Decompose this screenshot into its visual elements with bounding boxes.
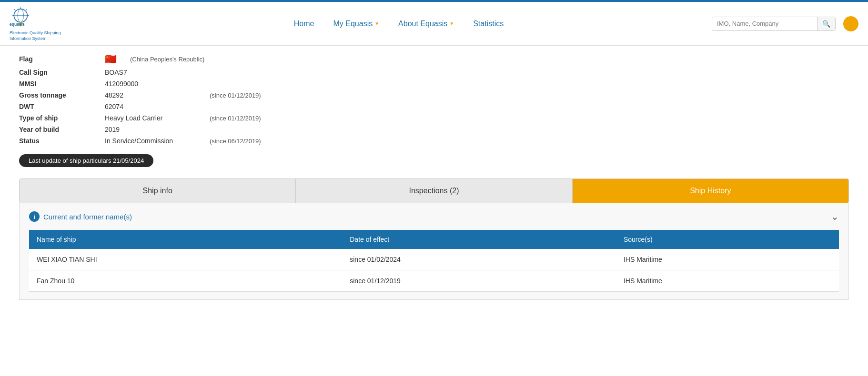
about-equasis-chevron-icon: ▼ bbox=[449, 21, 454, 26]
table-row: WEI XIAO TIAN SHIsince 01/02/2024IHS Mar… bbox=[29, 249, 839, 270]
section-title: Current and former name(s) bbox=[43, 213, 132, 221]
table-row: Fan Zhou 10since 01/12/2019IHS Maritime bbox=[29, 270, 839, 292]
status-value: In Service/Commission bbox=[105, 137, 200, 145]
header: .sun-rays{stroke:#1a6fa8;stroke-width:1.… bbox=[0, 2, 868, 46]
user-avatar[interactable] bbox=[843, 16, 858, 31]
names-table: Name of ship Date of effect Source(s) WE… bbox=[29, 230, 839, 292]
tab-inspections[interactable]: Inspections (2) bbox=[296, 179, 572, 203]
year-value: 2019 bbox=[105, 126, 200, 133]
my-equasis-chevron-icon: ▼ bbox=[374, 21, 379, 26]
main-nav: Home My Equasis ▼ About Equasis ▼ Statis… bbox=[86, 20, 712, 28]
logo-tagline: Electronic Quality Shipping Information … bbox=[10, 30, 86, 41]
section-title-area: i Current and former name(s) bbox=[29, 211, 132, 222]
year-row: Year of build 2019 bbox=[19, 126, 849, 133]
dwt-label: DWT bbox=[19, 103, 105, 110]
type-since: (since 01/12/2019) bbox=[210, 115, 261, 122]
tab-ship-info[interactable]: Ship info bbox=[20, 179, 296, 203]
section-header: i Current and former name(s) ⌄ bbox=[29, 211, 839, 222]
flag-country: (China Peoples's Republic) bbox=[130, 56, 204, 63]
mmsi-value: 412099000 bbox=[105, 80, 200, 88]
call-sign-value: BOAS7 bbox=[105, 69, 200, 76]
col-header-date: Date of effect bbox=[342, 230, 616, 249]
date-cell: since 01/02/2024 bbox=[342, 249, 616, 270]
logo-area: .sun-rays{stroke:#1a6fa8;stroke-width:1.… bbox=[10, 6, 86, 41]
status-row: Status In Service/Commission (since 06/1… bbox=[19, 137, 849, 145]
nav-home[interactable]: Home bbox=[294, 20, 314, 28]
flag-label: Flag bbox=[19, 55, 105, 63]
nav-my-equasis[interactable]: My Equasis ▼ bbox=[333, 20, 379, 28]
ship-details: Flag 🇨🇳 (China Peoples's Republic) Call … bbox=[19, 53, 849, 145]
call-sign-row: Call Sign BOAS7 bbox=[19, 69, 849, 76]
search-button[interactable]: 🔍 bbox=[817, 17, 835, 30]
svg-line-3 bbox=[14, 10, 15, 10]
ship-history-section: i Current and former name(s) ⌄ Name of s… bbox=[19, 203, 849, 300]
ship-name-cell: Fan Zhou 10 bbox=[29, 270, 342, 292]
dwt-value: 62074 bbox=[105, 103, 200, 110]
year-label: Year of build bbox=[19, 126, 105, 133]
svg-text:equasis: equasis bbox=[10, 22, 25, 27]
call-sign-label: Call Sign bbox=[19, 69, 105, 76]
mmsi-row: MMSI 412099000 bbox=[19, 80, 849, 88]
search-box: 🔍 bbox=[712, 17, 836, 31]
nav-about-equasis[interactable]: About Equasis ▼ bbox=[398, 20, 454, 28]
gross-tonnage-since: (since 01/12/2019) bbox=[210, 92, 261, 99]
col-header-name: Name of ship bbox=[29, 230, 342, 249]
collapse-chevron-icon[interactable]: ⌄ bbox=[831, 211, 839, 222]
search-input[interactable] bbox=[712, 17, 817, 30]
type-value: Heavy Load Carrier bbox=[105, 114, 200, 122]
status-label: Status bbox=[19, 137, 105, 145]
tab-ship-history[interactable]: Ship History bbox=[573, 179, 848, 203]
info-icon[interactable]: i bbox=[29, 211, 40, 222]
type-row: Type of ship Heavy Load Carrier (since 0… bbox=[19, 114, 849, 122]
dwt-row: DWT 62074 bbox=[19, 103, 849, 110]
date-cell: since 01/12/2019 bbox=[342, 270, 616, 292]
table-header-row: Name of ship Date of effect Source(s) bbox=[29, 230, 839, 249]
type-label: Type of ship bbox=[19, 114, 105, 122]
gross-tonnage-label: Gross tonnage bbox=[19, 91, 105, 99]
source-cell: IHS Maritime bbox=[616, 270, 839, 292]
gross-tonnage-row: Gross tonnage 48292 (since 01/12/2019) bbox=[19, 91, 849, 99]
col-header-source: Source(s) bbox=[616, 230, 839, 249]
svg-line-2 bbox=[26, 10, 27, 10]
status-since: (since 06/12/2019) bbox=[210, 138, 261, 145]
flag-row: Flag 🇨🇳 (China Peoples's Republic) bbox=[19, 53, 849, 65]
last-update-badge: Last update of ship particulars 21/05/20… bbox=[19, 154, 153, 167]
tabs-container: Ship info Inspections (2) Ship History bbox=[19, 178, 849, 203]
source-cell: IHS Maritime bbox=[616, 249, 839, 270]
mmsi-label: MMSI bbox=[19, 80, 105, 88]
ship-name-cell: WEI XIAO TIAN SHI bbox=[29, 249, 342, 270]
main-content: Flag 🇨🇳 (China Peoples's Republic) Call … bbox=[0, 46, 868, 307]
search-area: 🔍 bbox=[712, 16, 858, 31]
logo-icon: .sun-rays{stroke:#1a6fa8;stroke-width:1.… bbox=[10, 6, 43, 30]
nav-statistics[interactable]: Statistics bbox=[473, 20, 504, 28]
gross-tonnage-value: 48292 bbox=[105, 91, 200, 99]
flag-emoji: 🇨🇳 bbox=[105, 53, 117, 65]
